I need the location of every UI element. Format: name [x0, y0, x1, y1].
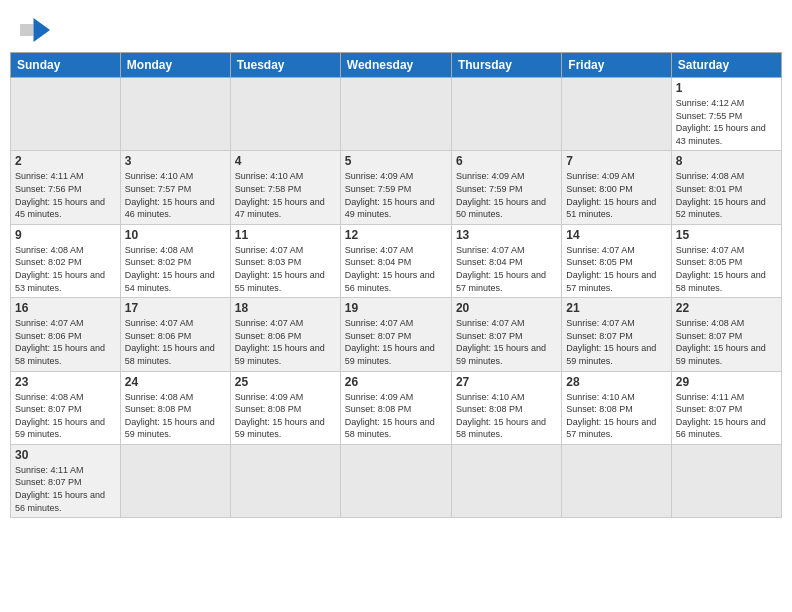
calendar-cell [451, 78, 561, 151]
day-number: 19 [345, 301, 447, 315]
day-info: Sunrise: 4:07 AM Sunset: 8:06 PM Dayligh… [235, 317, 336, 367]
calendar-table: SundayMondayTuesdayWednesdayThursdayFrid… [10, 52, 782, 518]
calendar-cell [11, 78, 121, 151]
day-number: 23 [15, 375, 116, 389]
week-row-4: 16Sunrise: 4:07 AM Sunset: 8:06 PM Dayli… [11, 298, 782, 371]
calendar-cell: 20Sunrise: 4:07 AM Sunset: 8:07 PM Dayli… [451, 298, 561, 371]
day-number: 16 [15, 301, 116, 315]
day-number: 29 [676, 375, 777, 389]
calendar-cell: 30Sunrise: 4:11 AM Sunset: 8:07 PM Dayli… [11, 444, 121, 517]
day-info: Sunrise: 4:10 AM Sunset: 7:57 PM Dayligh… [125, 170, 226, 220]
day-info: Sunrise: 4:07 AM Sunset: 8:06 PM Dayligh… [15, 317, 116, 367]
week-row-5: 23Sunrise: 4:08 AM Sunset: 8:07 PM Dayli… [11, 371, 782, 444]
calendar-cell: 4Sunrise: 4:10 AM Sunset: 7:58 PM Daylig… [230, 151, 340, 224]
day-info: Sunrise: 4:11 AM Sunset: 7:56 PM Dayligh… [15, 170, 116, 220]
calendar-cell: 28Sunrise: 4:10 AM Sunset: 8:08 PM Dayli… [562, 371, 671, 444]
week-row-3: 9Sunrise: 4:08 AM Sunset: 8:02 PM Daylig… [11, 224, 782, 297]
calendar-cell: 2Sunrise: 4:11 AM Sunset: 7:56 PM Daylig… [11, 151, 121, 224]
calendar-cell [671, 444, 781, 517]
day-number: 9 [15, 228, 116, 242]
calendar-cell [562, 444, 671, 517]
week-row-1: 1Sunrise: 4:12 AM Sunset: 7:55 PM Daylig… [11, 78, 782, 151]
calendar-cell: 5Sunrise: 4:09 AM Sunset: 7:59 PM Daylig… [340, 151, 451, 224]
day-number: 30 [15, 448, 116, 462]
calendar-cell: 7Sunrise: 4:09 AM Sunset: 8:00 PM Daylig… [562, 151, 671, 224]
weekday-header-row: SundayMondayTuesdayWednesdayThursdayFrid… [11, 53, 782, 78]
day-info: Sunrise: 4:09 AM Sunset: 8:00 PM Dayligh… [566, 170, 666, 220]
day-number: 15 [676, 228, 777, 242]
weekday-header-tuesday: Tuesday [230, 53, 340, 78]
calendar-cell: 8Sunrise: 4:08 AM Sunset: 8:01 PM Daylig… [671, 151, 781, 224]
calendar-cell: 23Sunrise: 4:08 AM Sunset: 8:07 PM Dayli… [11, 371, 121, 444]
day-info: Sunrise: 4:09 AM Sunset: 7:59 PM Dayligh… [456, 170, 557, 220]
calendar-cell: 15Sunrise: 4:07 AM Sunset: 8:05 PM Dayli… [671, 224, 781, 297]
calendar-cell: 25Sunrise: 4:09 AM Sunset: 8:08 PM Dayli… [230, 371, 340, 444]
calendar-cell: 22Sunrise: 4:08 AM Sunset: 8:07 PM Dayli… [671, 298, 781, 371]
day-number: 20 [456, 301, 557, 315]
day-info: Sunrise: 4:07 AM Sunset: 8:07 PM Dayligh… [566, 317, 666, 367]
day-info: Sunrise: 4:07 AM Sunset: 8:07 PM Dayligh… [456, 317, 557, 367]
day-number: 5 [345, 154, 447, 168]
day-number: 2 [15, 154, 116, 168]
day-number: 11 [235, 228, 336, 242]
calendar-cell [230, 78, 340, 151]
day-number: 21 [566, 301, 666, 315]
calendar-cell: 9Sunrise: 4:08 AM Sunset: 8:02 PM Daylig… [11, 224, 121, 297]
day-number: 4 [235, 154, 336, 168]
calendar-cell: 21Sunrise: 4:07 AM Sunset: 8:07 PM Dayli… [562, 298, 671, 371]
day-number: 3 [125, 154, 226, 168]
day-info: Sunrise: 4:10 AM Sunset: 8:08 PM Dayligh… [456, 391, 557, 441]
day-number: 6 [456, 154, 557, 168]
day-number: 27 [456, 375, 557, 389]
day-number: 24 [125, 375, 226, 389]
day-number: 7 [566, 154, 666, 168]
calendar-cell: 19Sunrise: 4:07 AM Sunset: 8:07 PM Dayli… [340, 298, 451, 371]
week-row-2: 2Sunrise: 4:11 AM Sunset: 7:56 PM Daylig… [11, 151, 782, 224]
weekday-header-sunday: Sunday [11, 53, 121, 78]
day-info: Sunrise: 4:07 AM Sunset: 8:04 PM Dayligh… [456, 244, 557, 294]
calendar-cell [340, 444, 451, 517]
weekday-header-saturday: Saturday [671, 53, 781, 78]
weekday-header-friday: Friday [562, 53, 671, 78]
day-info: Sunrise: 4:07 AM Sunset: 8:04 PM Dayligh… [345, 244, 447, 294]
day-info: Sunrise: 4:07 AM Sunset: 8:05 PM Dayligh… [676, 244, 777, 294]
day-number: 13 [456, 228, 557, 242]
day-info: Sunrise: 4:10 AM Sunset: 8:08 PM Dayligh… [566, 391, 666, 441]
header [10, 10, 782, 46]
calendar-cell: 27Sunrise: 4:10 AM Sunset: 8:08 PM Dayli… [451, 371, 561, 444]
day-info: Sunrise: 4:08 AM Sunset: 8:01 PM Dayligh… [676, 170, 777, 220]
calendar-cell: 18Sunrise: 4:07 AM Sunset: 8:06 PM Dayli… [230, 298, 340, 371]
calendar-cell: 17Sunrise: 4:07 AM Sunset: 8:06 PM Dayli… [120, 298, 230, 371]
calendar-cell [451, 444, 561, 517]
day-info: Sunrise: 4:08 AM Sunset: 8:07 PM Dayligh… [15, 391, 116, 441]
day-info: Sunrise: 4:07 AM Sunset: 8:06 PM Dayligh… [125, 317, 226, 367]
calendar-cell: 13Sunrise: 4:07 AM Sunset: 8:04 PM Dayli… [451, 224, 561, 297]
day-info: Sunrise: 4:09 AM Sunset: 8:08 PM Dayligh… [235, 391, 336, 441]
week-row-6: 30Sunrise: 4:11 AM Sunset: 8:07 PM Dayli… [11, 444, 782, 517]
calendar-cell: 11Sunrise: 4:07 AM Sunset: 8:03 PM Dayli… [230, 224, 340, 297]
day-number: 28 [566, 375, 666, 389]
day-info: Sunrise: 4:11 AM Sunset: 8:07 PM Dayligh… [676, 391, 777, 441]
calendar-cell: 29Sunrise: 4:11 AM Sunset: 8:07 PM Dayli… [671, 371, 781, 444]
calendar-cell: 24Sunrise: 4:08 AM Sunset: 8:08 PM Dayli… [120, 371, 230, 444]
calendar-cell [340, 78, 451, 151]
svg-marker-1 [34, 18, 51, 42]
day-info: Sunrise: 4:08 AM Sunset: 8:02 PM Dayligh… [125, 244, 226, 294]
day-info: Sunrise: 4:07 AM Sunset: 8:03 PM Dayligh… [235, 244, 336, 294]
logo [20, 18, 54, 42]
day-number: 22 [676, 301, 777, 315]
weekday-header-wednesday: Wednesday [340, 53, 451, 78]
day-number: 10 [125, 228, 226, 242]
calendar-cell [562, 78, 671, 151]
calendar-cell: 6Sunrise: 4:09 AM Sunset: 7:59 PM Daylig… [451, 151, 561, 224]
calendar-cell: 10Sunrise: 4:08 AM Sunset: 8:02 PM Dayli… [120, 224, 230, 297]
calendar-cell: 16Sunrise: 4:07 AM Sunset: 8:06 PM Dayli… [11, 298, 121, 371]
day-info: Sunrise: 4:07 AM Sunset: 8:05 PM Dayligh… [566, 244, 666, 294]
day-number: 8 [676, 154, 777, 168]
calendar-cell: 14Sunrise: 4:07 AM Sunset: 8:05 PM Dayli… [562, 224, 671, 297]
day-number: 26 [345, 375, 447, 389]
calendar-cell: 12Sunrise: 4:07 AM Sunset: 8:04 PM Dayli… [340, 224, 451, 297]
calendar-cell: 26Sunrise: 4:09 AM Sunset: 8:08 PM Dayli… [340, 371, 451, 444]
calendar-cell [230, 444, 340, 517]
day-info: Sunrise: 4:08 AM Sunset: 8:08 PM Dayligh… [125, 391, 226, 441]
